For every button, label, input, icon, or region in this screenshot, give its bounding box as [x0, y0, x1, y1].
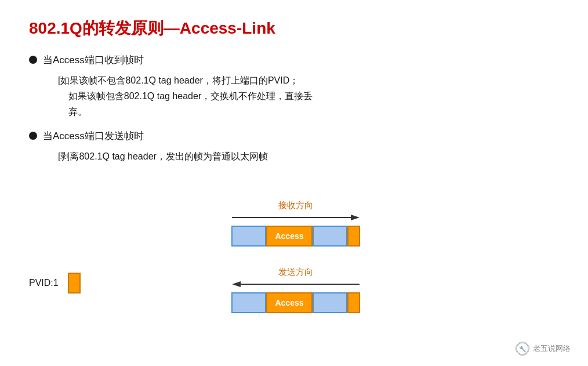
svg-marker-3 [232, 281, 241, 287]
send-frame-access: Access [266, 292, 313, 313]
send-arrow [174, 280, 418, 289]
bullet-indent-1: [如果该帧不包含802.1Q tag header，将打上端口的PVID； 如果… [58, 73, 559, 120]
pvid-label: PVID:1 [29, 278, 59, 288]
bullet-dot-2 [29, 132, 37, 140]
receive-frame-row: Access [174, 226, 418, 247]
send-frame-right [313, 292, 347, 313]
send-frame-tag [347, 292, 360, 313]
pvid-tag [68, 273, 81, 293]
receive-frame-right [313, 226, 347, 247]
bullet-section-1: 当Access端口收到帧时 [如果该帧不包含802.1Q tag header，… [29, 53, 559, 120]
bullet-item-1: 当Access端口收到帧时 [29, 53, 559, 67]
send-diagram: 发送方向 Access [174, 267, 418, 318]
send-frame-row: Access [174, 292, 418, 313]
watermark-text: 老五说网络 [533, 343, 571, 354]
receive-frame-tag [347, 226, 360, 247]
slide-title: 802.1Q的转发原则—Access-Link [29, 17, 559, 39]
slide-container: 802.1Q的转发原则—Access-Link 当Access端口收到帧时 [如… [0, 0, 588, 366]
watermark: 🔧 老五说网络 [516, 342, 571, 356]
bullet-section-2: 当Access端口发送帧时 [剥离802.1Q tag header，发出的帧为… [29, 129, 559, 164]
send-direction-label: 发送方向 [174, 267, 418, 278]
bullet-text-2: 当Access端口发送帧时 [43, 129, 144, 143]
svg-text:🔧: 🔧 [519, 345, 527, 353]
bullet-dot-1 [29, 56, 37, 64]
receive-diagram: 接收方向 Access [174, 200, 418, 251]
receive-arrow [174, 213, 418, 222]
receive-frame-left [231, 226, 266, 247]
send-frame-left [231, 292, 266, 313]
watermark-logo-svg: 🔧 [516, 342, 529, 355]
bullet-item-2: 当Access端口发送帧时 [29, 129, 559, 143]
receive-arrow-svg [232, 213, 360, 222]
bullet-indent-2: [剥离802.1Q tag header，发出的帧为普通以太网帧 [58, 148, 559, 164]
receive-frame-access: Access [266, 226, 313, 247]
svg-marker-1 [351, 215, 360, 220]
bullet-text-1: 当Access端口收到帧时 [43, 53, 144, 67]
receive-direction-label: 接收方向 [174, 200, 418, 211]
watermark-icon: 🔧 [516, 342, 529, 356]
pvid-area: PVID:1 [29, 273, 81, 293]
send-arrow-svg [232, 280, 360, 289]
